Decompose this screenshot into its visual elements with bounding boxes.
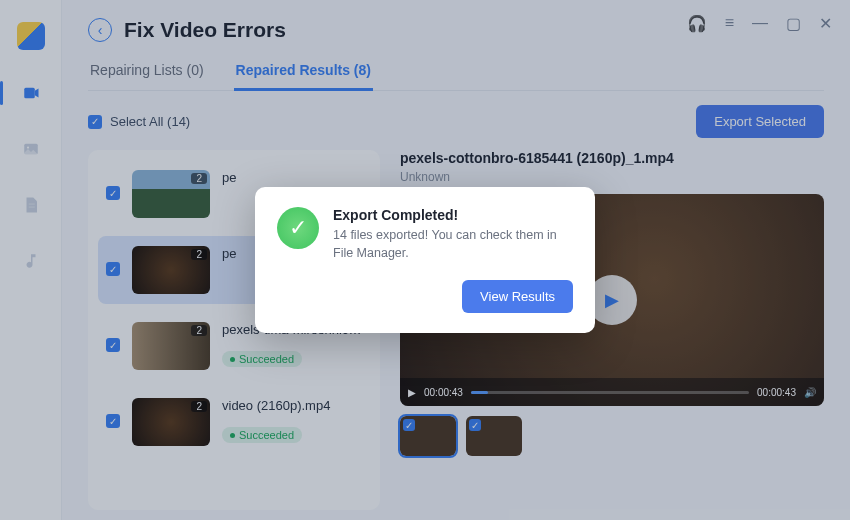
dialog-title: Export Completed! — [333, 207, 573, 223]
view-results-button[interactable]: View Results — [462, 280, 573, 313]
success-check-icon: ✓ — [277, 207, 319, 249]
export-complete-dialog: ✓ Export Completed! 14 files exported! Y… — [255, 187, 595, 333]
modal-overlay: ✓ Export Completed! 14 files exported! Y… — [0, 0, 850, 520]
dialog-message: 14 files exported! You can check them in… — [333, 227, 573, 262]
